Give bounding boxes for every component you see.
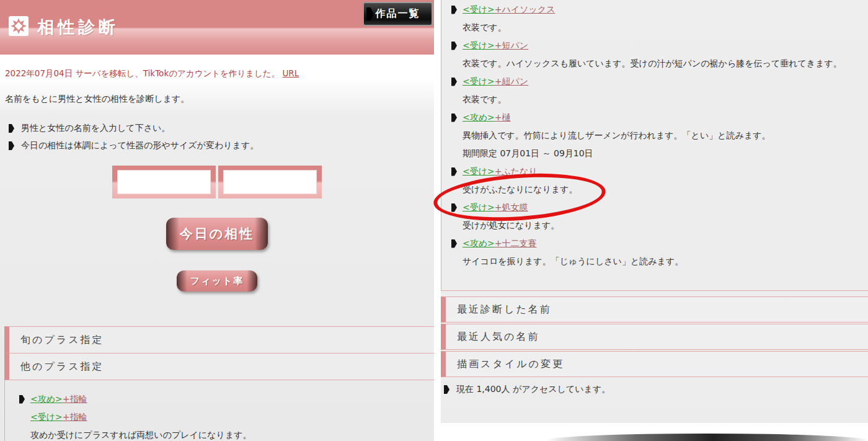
note-text: 男性と女性の名前を入力して下さい。 <box>21 123 170 134</box>
plus-link-item[interactable]: +紐パン <box>495 73 528 91</box>
decorative-swoosh-graphic <box>546 434 868 441</box>
news-url-link[interactable]: URL <box>282 68 299 78</box>
plus-link-role[interactable]: <受け> <box>463 163 495 180</box>
plus-sections: 旬のプラス指定 他のプラス指定 <攻め>+指輪 <受け>+指輪 攻めか受けにプラ… <box>4 326 434 441</box>
plus-link-role[interactable]: <受け> <box>463 37 495 55</box>
plus-link-role[interactable]: <受け> <box>30 408 63 426</box>
item-description: 攻めか受けにプラスすれば両想いのプレイになります。 <box>19 426 434 441</box>
fit-rate-button[interactable]: フィット率 <box>177 270 257 292</box>
list-item: <受け>+紐パン <box>451 73 868 91</box>
bullet-arrow-icon <box>451 203 457 212</box>
item-description: 受けがふたなりになります。 <box>451 180 868 198</box>
plus-link-item[interactable]: +十二支賽 <box>495 234 537 252</box>
list-item: <受け>+短パン <box>451 37 868 55</box>
plus-link-role[interactable]: <受け> <box>463 1 495 19</box>
right-menus: 最近診断した名前 最近人気の名前 描画スタイルの変更 <box>441 296 868 378</box>
male-name-input[interactable] <box>117 170 211 194</box>
plus-link-item[interactable]: +処女膜 <box>495 198 528 216</box>
note-condition: 今日の相性は体調によって性器の形やサイズが変わります。 <box>9 140 259 151</box>
works-arrow-icon <box>366 7 374 20</box>
item-description: 衣装です。 <box>451 19 868 37</box>
list-item: <攻め>+十二支賽 <box>451 234 868 252</box>
plus-link-role[interactable]: <攻め> <box>30 390 63 408</box>
item-description: サイコロを振ります。「じゅうにしさい」と読みます。 <box>451 252 868 270</box>
bullet-arrow-icon <box>9 124 14 133</box>
works-list-button[interactable]: 作品一覧 <box>363 2 433 26</box>
section-other-plus[interactable]: 他のプラス指定 <box>4 353 434 380</box>
plus-link-item[interactable]: +短パン <box>495 37 528 55</box>
list-item: <受け>+ハイソックス <box>451 1 868 19</box>
item-description: 衣装です。 <box>451 91 868 109</box>
bullet-arrow-icon <box>451 167 457 176</box>
bullet-arrow-icon <box>451 239 457 248</box>
visitors-text: 現在 1,400人 がアクセスしています。 <box>456 384 610 395</box>
intro-text: 名前をもとに男性と女性の相性を診断します。 <box>5 94 189 105</box>
bullet-arrow-icon <box>19 395 25 404</box>
note-text: 今日の相性は体調によって性器の形やサイズが変わります。 <box>21 140 259 151</box>
news-text: 2022年07月04日 サーバを移転し、TikTokのアカウントを作りました。 <box>5 68 280 78</box>
plus-items-box: <受け>+ハイソックス 衣装です。 <受け>+短パン 衣装です。ハイソックスも履… <box>441 0 868 291</box>
plus-link-item[interactable]: +ふたなり <box>495 163 538 180</box>
menu-recent-diagnosed-names[interactable]: 最近診断した名前 <box>441 296 868 323</box>
visitors-count: 現在 1,400人 がアクセスしています。 <box>444 384 610 395</box>
list-item-highlighted: <受け>+ふたなり <box>451 163 868 180</box>
plus-link-item[interactable]: +樋 <box>495 109 511 127</box>
note-enter-names: 男性と女性の名前を入力して下さい。 <box>9 123 170 134</box>
item-description: 衣装です。ハイソックスも履いています。受けの汁が短パンの裾から膝を伝って垂れてき… <box>451 55 868 73</box>
plus-link-role[interactable]: <受け> <box>463 198 495 216</box>
site-header-banner: 相性診断 作品一覧 <box>0 0 434 55</box>
bullet-arrow-icon <box>444 385 450 394</box>
bullet-arrow-icon <box>451 78 457 86</box>
item-limited-period: 期間限定 07月01日 ～ 09月10日 <box>451 145 868 163</box>
plus-link-item[interactable]: +指輪 <box>63 390 87 408</box>
list-item: <受け>+処女膜 <box>451 198 868 216</box>
male-name-frame <box>112 166 216 198</box>
menu-recent-popular-names[interactable]: 最近人気の名前 <box>441 324 868 350</box>
item-description: 異物挿入です。竹筒により流しザーメンが行われます。「とい」と読みます。 <box>451 127 868 145</box>
section-seasonal-plus[interactable]: 旬のプラス指定 <box>4 326 434 353</box>
plus-link-role[interactable]: <攻め> <box>463 234 495 252</box>
site-logo-icon <box>9 16 29 36</box>
female-name-frame <box>218 166 322 198</box>
bullet-arrow-icon <box>451 6 457 14</box>
list-item: <受け>+指輪 <box>19 408 434 426</box>
item-description: 受けが処女になります。 <box>451 216 868 234</box>
page-title: 相性診断 <box>37 16 119 38</box>
plus-link-role[interactable]: <受け> <box>463 73 495 91</box>
menu-drawing-style-change[interactable]: 描画スタイルの変更 <box>441 351 868 377</box>
list-item: <攻め>+樋 <box>451 109 868 127</box>
plus-link-role[interactable]: <攻め> <box>463 109 495 127</box>
news-line: 2022年07月04日 サーバを移転し、TikTokのアカウントを作りました。 … <box>5 68 299 79</box>
plus-link-item[interactable]: +指輪 <box>63 408 87 426</box>
list-item: <攻め>+指輪 <box>19 390 434 408</box>
bullet-arrow-icon <box>9 141 14 150</box>
bullet-arrow-icon <box>451 114 457 122</box>
works-list-label: 作品一覧 <box>376 7 420 20</box>
other-plus-list: <攻め>+指輪 <受け>+指輪 攻めか受けにプラスすれば両想いのプレイになります… <box>4 380 434 441</box>
right-panel: <受け>+ハイソックス 衣装です。 <受け>+短パン 衣装です。ハイソックスも履… <box>441 0 868 423</box>
left-panel: 相性診断 作品一覧 2022年07月04日 サーバを移転し、TikTokのアカウ… <box>0 0 434 441</box>
plus-link-item[interactable]: +ハイソックス <box>495 1 556 19</box>
today-compatibility-button[interactable]: 今日の相性 <box>166 218 268 250</box>
bullet-arrow-icon <box>451 42 457 50</box>
female-name-input[interactable] <box>223 170 317 194</box>
